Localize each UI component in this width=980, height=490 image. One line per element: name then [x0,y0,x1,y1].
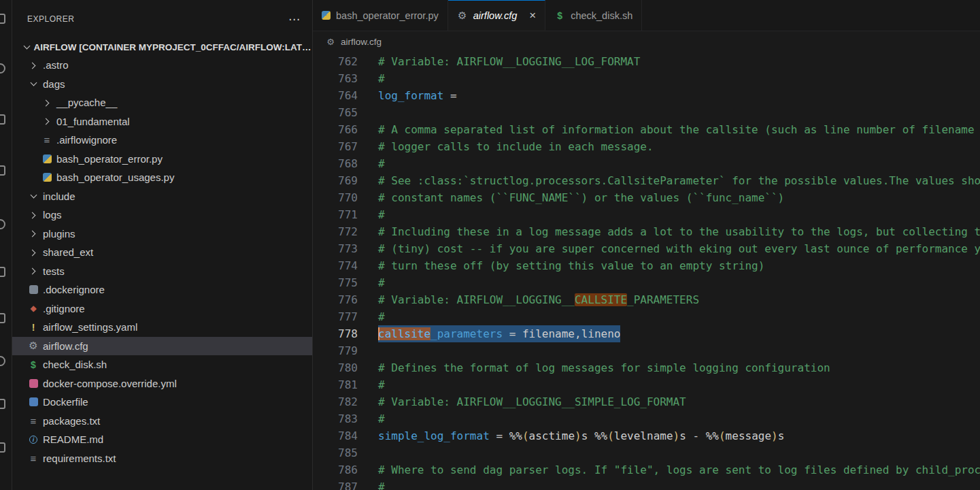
code-line: 769# See :class:`structlog.processors.Ca… [313,172,980,189]
line-number[interactable]: 771 [313,206,358,223]
code-text[interactable]: # [378,478,385,490]
code-text[interactable]: # [378,155,385,172]
tree-folder-.astro[interactable]: .astro [12,56,312,75]
line-number[interactable]: 785 [313,444,358,461]
code-text[interactable]: # turn these off (by setting this value … [378,257,764,274]
tree-folder-shared_ext[interactable]: shared_ext [12,243,312,262]
git-file-icon: ◆ [28,304,39,313]
line-number[interactable]: 768 [313,155,358,172]
tree-file-requirements.txt[interactable]: ≡requirements.txt [12,449,312,468]
activity-bar-icon[interactable] [0,165,5,176]
line-number[interactable]: 762 [313,53,358,70]
activity-bar-icon[interactable] [0,442,5,453]
activity-bar-icon[interactable] [0,313,5,323]
code-text[interactable]: callsite_parameters = filename,lineno [378,325,620,342]
line-number[interactable]: 780 [313,359,358,376]
tree-file-.gitignore[interactable]: ◆.gitignore [12,299,312,318]
code-line: 781# [313,376,980,393]
tree-file-.airflowignore[interactable]: ≡.airflowignore [12,131,312,150]
code-text[interactable]: # [378,206,385,223]
tree-file-check_disk.sh[interactable]: $check_disk.sh [12,355,312,374]
code-text[interactable]: # [378,410,385,427]
more-actions-icon[interactable]: ⋯ [288,14,300,25]
close-icon[interactable]: × [529,10,536,21]
file-label: bash_operator_usages.py [54,172,174,183]
file-label: __pycache__ [54,97,117,108]
code-text[interactable]: # Variable: AIRFLOW__LOGGING__LOG_FORMAT [378,53,640,70]
code-text[interactable]: # Variable: AIRFLOW__LOGGING__SIMPLE_LOG… [378,393,686,410]
tab-airflow.cfg[interactable]: ⚙airflow.cfg× [448,0,545,31]
code-text[interactable]: # Including these in a log message adds … [378,223,980,240]
line-number[interactable]: 765 [313,104,358,121]
workspace-header[interactable]: AIRFLOW [CONTAINER MYPROJECT_0CFFAC/AIRF… [12,38,312,56]
line-number[interactable]: 778 [313,325,358,342]
line-number[interactable]: 776 [313,291,358,308]
code-text[interactable]: # [378,376,385,393]
tree-file-packages.txt[interactable]: ≡packages.txt [12,412,312,431]
tree-file-bash_operator_error.py[interactable]: bash_operator_error.py [12,150,312,169]
code-text[interactable]: # Variable: AIRFLOW__LOGGING__CALLSITE_P… [378,291,699,308]
breadcrumb[interactable]: ⚙ airflow.cfg [313,31,980,52]
line-number[interactable]: 764 [313,87,358,104]
activity-bar-icon[interactable] [0,267,5,277]
code-text[interactable]: # [378,70,385,87]
tree-file-bash_operator_usages.py[interactable]: bash_operator_usages.py [12,168,312,187]
line-number[interactable]: 782 [313,393,358,410]
code-line: 784simple_log_format = %%(asctime)s %%(l… [313,427,980,444]
line-number[interactable]: 779 [313,342,358,359]
tree-folder-logs[interactable]: logs [12,206,312,225]
activity-bar-icon[interactable] [0,219,5,229]
file-label: packages.txt [41,415,100,427]
code-line: 770# constant names (``FUNC_NAME``) or t… [313,189,980,206]
line-number[interactable]: 781 [313,376,358,393]
activity-bar-icon[interactable] [0,356,5,366]
tree-file-airflow_settings.yaml[interactable]: !airflow_settings.yaml [12,318,312,337]
line-number[interactable]: 775 [313,274,358,291]
line-number[interactable]: 770 [313,189,358,206]
code-text[interactable]: # [378,308,385,325]
line-number[interactable]: 777 [313,308,358,325]
code-text[interactable]: # logger calls to include in each messag… [378,138,654,155]
code-editor[interactable]: 762# Variable: AIRFLOW__LOGGING__LOG_FOR… [313,52,980,490]
activity-bar-icon[interactable] [0,63,5,74]
line-number[interactable]: 783 [313,410,358,427]
chevron-right-icon [42,116,52,126]
tree-folder-include[interactable]: include [12,187,312,206]
line-number[interactable]: 772 [313,223,358,240]
line-number[interactable]: 774 [313,257,358,274]
line-number[interactable]: 787 [313,478,358,490]
code-text[interactable]: log_format = [378,87,457,104]
code-text[interactable]: # See :class:`structlog.processors.Calls… [378,172,980,189]
code-text[interactable]: # Defines the format of log messages for… [378,359,830,376]
line-number[interactable]: 766 [313,121,358,138]
python-file-icon [43,173,52,182]
line-number[interactable]: 773 [313,240,358,257]
tree-folder-dags[interactable]: dags [12,75,312,94]
tree-file-docker-compose.override.yml[interactable]: docker-compose.override.yml [12,374,312,393]
tab-bash_operator_error.py[interactable]: bash_operator_error.py [313,0,448,31]
line-number[interactable]: 767 [313,138,358,155]
code-text[interactable]: simple_log_format = %%(asctime)s %%(leve… [378,427,784,444]
tree-folder-plugins[interactable]: plugins [12,225,312,244]
line-number[interactable]: 769 [313,172,358,189]
tree-folder-__pycache__[interactable]: __pycache__ [12,93,312,112]
tree-file-airflow.cfg[interactable]: ⚙airflow.cfg [12,337,312,356]
file-label: check_disk.sh [41,359,107,370]
code-text[interactable]: # (tiny) cost -- if you are super concer… [378,240,980,257]
code-text[interactable]: # constant names (``FUNC_NAME``) or the … [378,189,784,206]
tree-file-Dockerfile[interactable]: Dockerfile [12,393,312,412]
line-number[interactable]: 763 [313,70,358,87]
tree-folder-tests[interactable]: tests [12,262,312,281]
tree-file-README.md[interactable]: iREADME.md [12,430,312,449]
code-text[interactable]: # Where to send dag parser logs. If "fil… [378,461,980,478]
activity-bar-icon[interactable] [0,399,5,409]
activity-bar-icon[interactable] [0,14,5,24]
code-text[interactable]: # [378,274,385,291]
tree-folder-01_fundamental[interactable]: 01_fundamental [12,112,312,131]
line-number[interactable]: 784 [313,427,358,444]
activity-bar-icon[interactable] [0,114,5,125]
tree-file-.dockerignore[interactable]: .dockerignore [12,280,312,299]
line-number[interactable]: 786 [313,461,358,478]
code-text[interactable]: # A comma separated list of information … [378,121,975,138]
tab-check_disk.sh[interactable]: $check_disk.sh [545,0,642,31]
